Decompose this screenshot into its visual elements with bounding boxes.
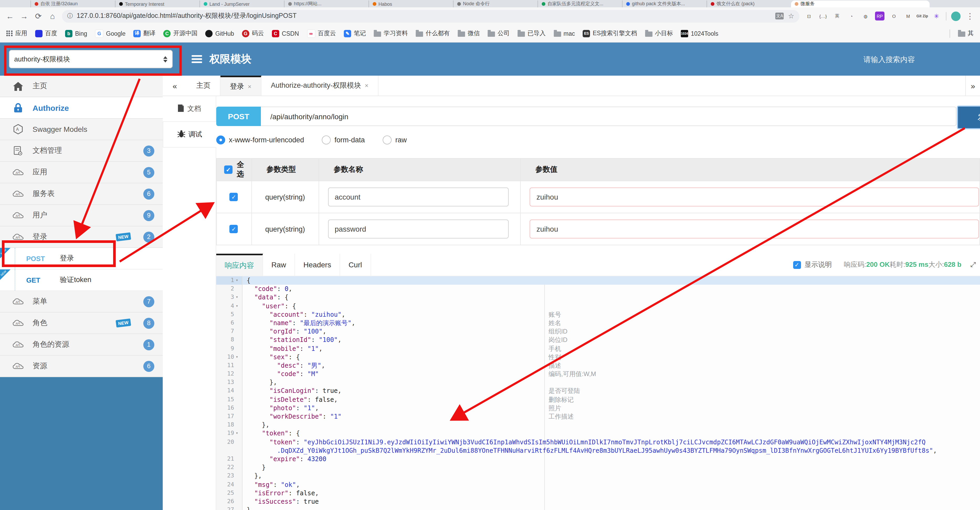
extension-icon[interactable]: 英 [832, 11, 842, 21]
param-name-input[interactable] [328, 220, 508, 239]
radio-x-www-form-urlencoded[interactable]: x-www-form-urlencoded [216, 135, 304, 145]
row-checkbox[interactable]: ✓ [230, 225, 238, 233]
bookmark[interactable]: G码云 [242, 29, 264, 37]
bookmark[interactable]: 百度 [35, 29, 57, 37]
bookmark-folder[interactable]: mac [554, 30, 575, 37]
param-value-input[interactable] [530, 188, 979, 206]
param-value-input[interactable] [530, 220, 979, 239]
browser-tab[interactable]: Habos [369, 0, 453, 7]
extension-icon[interactable]: O [889, 11, 899, 21]
sidebar-item-role-resource[interactable]: API 角色的资源 1 [0, 334, 163, 355]
tab-response-content[interactable]: 响应内容 [216, 254, 263, 276]
bookmark[interactable]: GitHub [205, 30, 234, 37]
browser-tab[interactable]: Node 命令行 [453, 0, 538, 7]
back-button[interactable]: ← [5, 11, 15, 21]
search-input[interactable] [862, 54, 959, 64]
bookmark-folder[interactable]: 微信 [458, 29, 480, 37]
param-name-input[interactable] [328, 188, 508, 206]
tab-authorize[interactable]: Authorize-authority-权限模块× [261, 76, 379, 96]
tab-document[interactable]: 文档 [163, 96, 216, 121]
bookmark-apps[interactable]: 应用 [6, 29, 27, 37]
tab-home[interactable]: 主页 [187, 76, 220, 96]
bookmark[interactable]: C开源中国 [163, 29, 197, 37]
sidebar-item-app[interactable]: API 应用 5 [0, 162, 163, 183]
close-icon[interactable]: × [365, 82, 369, 89]
module-select[interactable]: authority-权限模块 [9, 50, 173, 68]
browser-tab[interactable]: github pack 文件夹版本... [622, 0, 706, 7]
bookmark[interactable]: bBing [65, 30, 87, 37]
browser-tab[interactable]: 饿文什么在 (pack) [706, 0, 791, 7]
translate-icon[interactable]: 文A [776, 13, 784, 19]
extension-icon[interactable]: {…} [818, 11, 828, 21]
fold-icon[interactable]: ▾ [236, 302, 242, 310]
request-path[interactable]: /api/authority/anno/login [261, 107, 956, 126]
show-desc-checkbox[interactable]: ✓ [793, 261, 801, 269]
fold-icon[interactable]: ▾ [236, 429, 242, 438]
sidebar-endpoint-login-post[interactable]: NEW POST 登录 [0, 248, 163, 269]
bookmark-folder[interactable]: 已导入 [517, 29, 546, 37]
bookmark[interactable]: 10241024Tools [681, 30, 718, 37]
sidebar-item-service[interactable]: API 服务表 6 [0, 183, 163, 205]
sidebar-item-resource[interactable]: API 资源 6 [0, 355, 163, 377]
sidebar-item-authorize[interactable]: Authorize [0, 97, 163, 119]
address-bar[interactable]: ⓘ 127.0.0.1:8760/api/gate/doc.html#/auth… [62, 10, 799, 22]
bookmark-folder[interactable]: 公司 [488, 29, 510, 37]
browser-tab[interactable]: 自依 注册/32daun [30, 0, 115, 7]
sidebar-item-menu[interactable]: API 菜单 7 [0, 291, 163, 312]
bookmark-folder[interactable]: 小目标 [645, 29, 673, 37]
send-button[interactable]: 发 [957, 105, 980, 129]
fold-icon[interactable]: ▾ [236, 276, 242, 285]
sidebar-endpoint-verify-token-get[interactable]: NEW GET 验证token [0, 269, 163, 291]
other-bookmarks[interactable]: 其 [958, 29, 974, 37]
home-button[interactable]: ⌂ [48, 11, 57, 21]
extension-icon[interactable]: RP [875, 11, 885, 21]
extension-icon[interactable]: ◔ [847, 11, 856, 21]
fold-icon[interactable]: ▾ [236, 353, 242, 361]
bookmark-folder[interactable]: 什么都有 [416, 29, 450, 37]
tab-debug[interactable]: 调试 [163, 121, 216, 148]
extension-icon[interactable]: ✳ [932, 11, 941, 21]
browser-tab[interactable]: https://网站... [284, 0, 369, 7]
expand-tabs-button[interactable]: » [965, 76, 980, 96]
reload-button[interactable]: ⟳ [33, 11, 43, 21]
site-info-icon[interactable]: ⓘ [67, 12, 73, 20]
sidebar-item-role[interactable]: API 角色 NEW 8 [0, 312, 163, 334]
sidebar-item-home[interactable]: 主页 [0, 76, 163, 97]
fold-icon[interactable]: ▾ [236, 293, 242, 302]
bookmark-folder[interactable]: 学习资料 [374, 29, 408, 37]
bookmark-star-icon[interactable]: ☆ [788, 12, 794, 20]
extension-icon[interactable]: ◍ [861, 11, 870, 21]
collapse-sidebar-button[interactable]: « [163, 76, 187, 96]
extension-icon[interactable]: M [904, 11, 913, 21]
tab-headers[interactable]: Headers [295, 254, 340, 276]
fullscreen-icon[interactable]: ⤢ [970, 260, 976, 269]
radio-raw[interactable]: raw [383, 135, 407, 145]
bookmark[interactable]: ∞百度云 [307, 29, 336, 38]
bookmark[interactable]: 译翻译 [133, 29, 155, 37]
tab-curl[interactable]: Curl [340, 254, 371, 276]
profile-avatar[interactable] [951, 11, 961, 21]
sidebar-item-login[interactable]: API 登录 NEW 2 [0, 226, 163, 248]
select-all-checkbox[interactable]: ✓ [224, 166, 232, 174]
bookmark[interactable]: ESES搜索引擎文档 [583, 29, 637, 37]
browser-tab[interactable]: 自家队伍多元流程定义文... [538, 0, 622, 7]
sidebar-item-user[interactable]: API 用户 9 [0, 205, 163, 226]
close-icon[interactable]: × [248, 83, 251, 90]
browser-tab-active[interactable]: 微服务 [791, 0, 930, 7]
response-json-viewer[interactable]: 1▾{ 2 "code": 0, 3▾ "data": { 4▾ "user":… [216, 276, 980, 510]
extension-icon[interactable]: ⊡ [804, 11, 814, 21]
bookmark[interactable]: GGoogle [95, 29, 126, 38]
forward-button[interactable]: → [19, 11, 29, 21]
menu-toggle-icon[interactable] [192, 55, 202, 63]
sidebar-item-doc-manage[interactable]: 文档管理 3 [0, 140, 163, 162]
url-text[interactable]: 127.0.0.1:8760/api/gate/doc.html#/author… [76, 11, 297, 21]
bookmark[interactable]: ✎笔记 [344, 29, 366, 37]
sidebar-item-swagger-models[interactable]: A Swagger Models [0, 119, 163, 140]
tab-login[interactable]: 登录× [220, 76, 261, 96]
browser-tab[interactable]: Land - JumpServer [199, 0, 284, 7]
bookmark[interactable]: CCSDN [272, 30, 299, 37]
browser-menu-icon[interactable]: ⋮ [965, 11, 975, 21]
extension-gitzip-icon[interactable]: Git Zip [918, 11, 927, 21]
radio-form-data[interactable]: form-data [322, 135, 365, 145]
browser-tab[interactable]: Temporary Interest [115, 0, 199, 7]
